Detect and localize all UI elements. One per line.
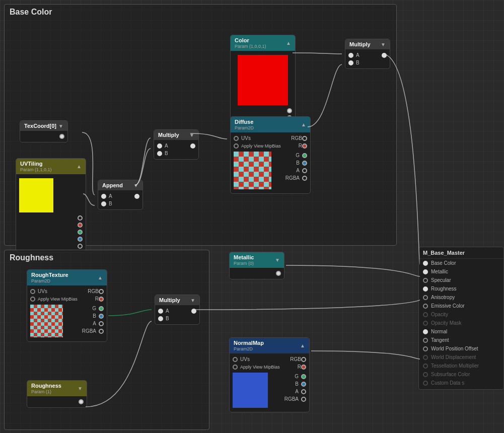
multiply-rough-b: B xyxy=(155,315,199,322)
diffuse-rgba-out[interactable] xyxy=(302,176,307,181)
metallic-pin[interactable] xyxy=(276,271,281,276)
multiply-top-collapse[interactable]: ▼ xyxy=(381,42,386,47)
diffuse-r-out[interactable] xyxy=(302,143,307,149)
diffuse-g: G xyxy=(296,152,307,159)
color-pin-white[interactable] xyxy=(287,108,292,113)
normalmap-uvs-in[interactable] xyxy=(233,357,238,362)
multiply-rough-b-in[interactable] xyxy=(158,316,163,321)
diffuse-collapse[interactable]: ▲ xyxy=(301,122,306,127)
master-base-color-pin[interactable] xyxy=(423,261,428,266)
uvtiling-node[interactable]: UVTiling Param (1,1,0,1) ▲ xyxy=(16,158,86,252)
normalmap-r-out[interactable] xyxy=(301,365,306,370)
master-emissive-pin[interactable] xyxy=(423,304,428,309)
rough-texture-node[interactable]: RoughTexture Param2D ▲ UVs RGB Apply Vie… xyxy=(27,269,107,342)
uvtiling-collapse[interactable]: ▲ xyxy=(77,164,82,169)
rough-b-out[interactable] xyxy=(99,314,104,319)
uvtiling-out5[interactable] xyxy=(78,244,83,249)
master-anisotropy-pin[interactable] xyxy=(423,295,428,300)
master-normal[interactable]: Normal xyxy=(419,327,503,336)
multiply-base-collapse[interactable]: ▼ xyxy=(189,132,194,138)
texcoord-collapse[interactable]: ▼ xyxy=(58,123,63,129)
diffuse-rgb-out[interactable] xyxy=(302,136,307,141)
normalmap-a-out[interactable] xyxy=(301,389,306,394)
texcoord-node[interactable]: TexCoord[0] ▼ xyxy=(20,120,68,142)
diffuse-mip-in[interactable] xyxy=(234,143,239,149)
multiply-base-a-in[interactable] xyxy=(157,143,162,149)
uvtiling-out4[interactable] xyxy=(78,237,83,242)
master-base-color[interactable]: Base Color xyxy=(419,259,503,267)
rough-r-out[interactable] xyxy=(99,297,104,302)
diffuse-g-out[interactable] xyxy=(302,153,307,158)
normalmap-g-out[interactable] xyxy=(301,374,306,379)
multiply-top-node[interactable]: Multiply ▼ A B xyxy=(345,39,390,69)
master-tess-pin[interactable] xyxy=(423,364,428,369)
master-tangent[interactable]: Tangent xyxy=(419,336,503,344)
texcoord-output-row xyxy=(20,133,67,140)
multiply-top-a-in[interactable] xyxy=(348,53,353,58)
color-collapse[interactable]: ▲ xyxy=(286,40,291,46)
multiply-rough-collapse[interactable]: ▼ xyxy=(190,298,195,303)
rough-rgb-out[interactable] xyxy=(99,289,104,294)
normalmap-node[interactable]: NormalMap Param2D ▲ UVs RGB Apply View M… xyxy=(229,337,310,412)
master-world-disp-pin[interactable] xyxy=(423,355,428,360)
diffuse-uvs: UVs RGB xyxy=(231,134,310,142)
roughness-param-pin[interactable] xyxy=(79,399,84,404)
uvtiling-out1[interactable] xyxy=(78,215,83,221)
append-b-in[interactable] xyxy=(101,201,106,206)
uvtiling-out3[interactable] xyxy=(78,230,83,235)
normalmap-b: B xyxy=(295,380,306,388)
multiply-base-node[interactable]: Multiply ▼ A B xyxy=(154,129,199,160)
normalmap-mip-in[interactable] xyxy=(233,365,238,370)
master-opacity-pin[interactable] xyxy=(423,312,428,317)
roughness-title: Roughness xyxy=(5,250,209,265)
master-opacity-mask-pin[interactable] xyxy=(423,321,428,326)
master-emissive[interactable]: Emissive Color xyxy=(419,302,503,310)
rough-texture-collapse[interactable]: ▲ xyxy=(98,275,103,280)
master-roughness[interactable]: Roughness xyxy=(419,284,503,293)
diffuse-node[interactable]: Diffuse Param2D ▲ UVs RGB Apply View Mip… xyxy=(230,116,311,194)
rough-uvs-in[interactable] xyxy=(30,289,35,294)
append-a-in[interactable] xyxy=(101,194,106,199)
master-world-pos[interactable]: World Position Offset xyxy=(419,344,503,353)
multiply-base-b-in[interactable] xyxy=(157,151,162,156)
rough-g-out[interactable] xyxy=(99,306,104,311)
texcoord-output-pin[interactable] xyxy=(59,134,64,139)
roughness-param-node[interactable]: Roughness Param (1) ▼ xyxy=(27,380,87,408)
master-metallic-pin[interactable] xyxy=(423,269,428,274)
normalmap-rgb-out[interactable] xyxy=(301,357,306,362)
master-tangent-pin[interactable] xyxy=(423,338,428,343)
master-subsurface-pin[interactable] xyxy=(423,372,428,377)
master-custom-pin[interactable] xyxy=(423,381,428,386)
rough-mip-in[interactable] xyxy=(30,297,35,302)
uvtiling-out2[interactable] xyxy=(78,223,83,228)
master-anisotropy[interactable]: Anisotropy xyxy=(419,293,503,302)
metallic-subtitle: Param (0) xyxy=(234,261,254,266)
rough-g: G xyxy=(92,305,104,312)
multiply-rough-node[interactable]: Multiply ▼ A B xyxy=(155,295,200,325)
rough-a-out[interactable] xyxy=(99,321,104,326)
multiply-top-b-in[interactable] xyxy=(348,60,353,65)
diffuse-uvs-in[interactable] xyxy=(234,136,239,141)
roughness-param-collapse[interactable]: ▼ xyxy=(78,386,83,391)
multiply-base-out[interactable] xyxy=(190,143,195,149)
master-specular[interactable]: Specular xyxy=(419,276,503,284)
append-node[interactable]: Append ▼ A B xyxy=(98,180,143,210)
multiply-rough-out[interactable] xyxy=(191,309,196,314)
normalmap-rgba-out[interactable] xyxy=(301,397,306,402)
multiply-rough-a-in[interactable] xyxy=(158,309,163,314)
master-world-pos-pin[interactable] xyxy=(423,346,428,351)
normalmap-collapse[interactable]: ▲ xyxy=(300,343,305,348)
normalmap-b-out[interactable] xyxy=(301,382,306,387)
master-specular-pin[interactable] xyxy=(423,278,428,283)
rough-rgba-out[interactable] xyxy=(99,329,104,334)
diffuse-a-out[interactable] xyxy=(302,168,307,173)
append-out[interactable] xyxy=(134,194,139,199)
master-roughness-pin[interactable] xyxy=(423,286,428,292)
multiply-top-out[interactable] xyxy=(382,53,387,58)
master-normal-pin[interactable] xyxy=(423,329,428,334)
master-metallic[interactable]: Metallic xyxy=(419,267,503,276)
diffuse-b-out[interactable] xyxy=(302,161,307,166)
metallic-collapse[interactable]: ▼ xyxy=(275,257,280,263)
append-collapse[interactable]: ▼ xyxy=(133,183,138,188)
metallic-node[interactable]: Metallic Param (0) ▼ xyxy=(229,252,284,279)
